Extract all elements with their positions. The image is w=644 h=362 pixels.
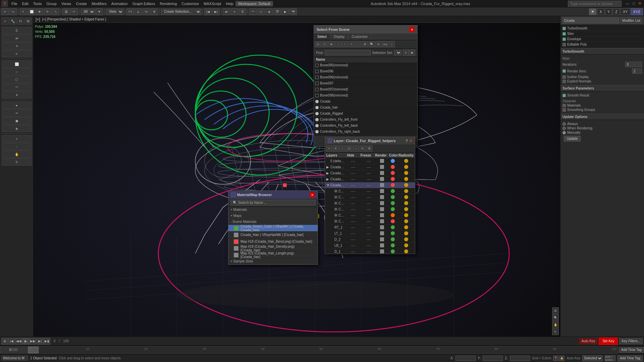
grid-snap-btn[interactable]: Grid = 0,0cm: [605, 355, 615, 361]
snap-toggle[interactable]: S: [2, 27, 32, 34]
mirror-btn[interactable]: ⇄: [223, 8, 230, 15]
key-filters-btn[interactable]: Key Filters...: [619, 338, 643, 344]
next-frame-btn[interactable]: ▶|: [37, 338, 43, 345]
layer-help-btn[interactable]: ?: [406, 139, 408, 143]
isoline-check[interactable]: [562, 75, 566, 79]
tab-display[interactable]: Display: [330, 34, 348, 40]
scene-item[interactable]: Bone096(mirrored): [314, 74, 417, 80]
render-quick-btn[interactable]: ▶: [281, 8, 289, 15]
layer-item-cicada-fur-rigged[interactable]: ▶ Cicada_Fur_Rigged ---- ----: [325, 164, 415, 170]
y-axis[interactable]: Y: [605, 8, 612, 15]
layer-new-btn[interactable]: +: [326, 145, 332, 152]
tab-customize[interactable]: Customize: [348, 34, 371, 40]
all-btn[interactable]: ☑: [315, 41, 321, 47]
search-input[interactable]: [568, 1, 622, 7]
selection-set-select[interactable]: [394, 50, 401, 55]
none-btn[interactable]: ☐: [322, 41, 328, 47]
layer-select-btn[interactable]: ☑: [346, 145, 352, 152]
lasso-select[interactable]: 〜: [2, 83, 32, 91]
scene-item[interactable]: Controllers_Fly_right_back: [314, 129, 417, 135]
scale-btn[interactable]: ⤡: [52, 8, 59, 15]
select-parent-btn[interactable]: ↑: [342, 41, 348, 47]
orbit-tool[interactable]: ↻: [2, 158, 32, 166]
close-dialog-btn[interactable]: ✕: [589, 8, 596, 15]
scene-item[interactable]: Bone095(mirrored): [314, 62, 417, 68]
scene-item[interactable]: Bone097: [314, 80, 417, 86]
mirror-tool[interactable]: ⇄: [2, 35, 32, 42]
layer-btn[interactable]: ☰: [239, 8, 246, 15]
win-maximize[interactable]: □: [631, 1, 636, 6]
material-editor-btn[interactable]: ◈: [265, 8, 273, 15]
scene-item[interactable]: Controllers_Fly_left_back: [314, 123, 417, 129]
scene-item[interactable]: Bone096: [314, 68, 417, 74]
snap-2d-btn[interactable]: 2.5: [126, 8, 134, 15]
cmd-hierarchy[interactable]: H: [17, 17, 24, 25]
curve-editor-btn[interactable]: 〜: [249, 8, 257, 15]
tab-select[interactable]: Select: [314, 34, 330, 40]
smoothing-groups-check[interactable]: [562, 108, 566, 112]
last-frame-btn[interactable]: ▶▮: [44, 338, 50, 345]
mat-section-scene[interactable]: - Scene Materials: [228, 219, 318, 225]
select-child-btn[interactable]: ↓: [335, 41, 341, 47]
vertex-tool[interactable]: ●: [2, 102, 32, 109]
materials-check[interactable]: [562, 104, 566, 107]
high-btn[interactable]: H: [375, 41, 381, 47]
schematic-btn[interactable]: ⬡: [257, 8, 265, 15]
iterations-input[interactable]: [625, 62, 642, 67]
modifier-list-dropdown[interactable]: Modifier List: [621, 17, 642, 23]
edge-tool[interactable]: ━: [2, 109, 32, 117]
menu-graph-editors[interactable]: Graph Editors: [130, 1, 157, 6]
redo-btn[interactable]: ↪: [9, 8, 17, 15]
win-minimize[interactable]: —: [624, 1, 631, 6]
selection-set-select[interactable]: Create Selection...: [161, 9, 201, 15]
select-scene-close[interactable]: ✕: [409, 27, 415, 32]
zoom-extents-btn[interactable]: ⊞: [552, 307, 559, 314]
selection-mode-select[interactable]: Selected: [582, 355, 603, 361]
find-btn[interactable]: 🔍: [369, 41, 375, 47]
pct-snap-btn[interactable]: %: [143, 8, 150, 15]
find-input[interactable]: [325, 50, 371, 55]
fence-select[interactable]: ⬡: [2, 76, 32, 83]
case-btn[interactable]: Aa: [382, 41, 388, 47]
menu-animation[interactable]: Animation: [109, 1, 130, 6]
box-select[interactable]: ⬜: [2, 60, 32, 68]
when-rendering-radio[interactable]: [562, 127, 566, 130]
layer-delete-btn[interactable]: ✕: [333, 145, 339, 152]
spinner-snap-btn[interactable]: ⚙: [151, 8, 158, 15]
prev-frame-btn[interactable]: |◀: [8, 338, 15, 345]
material-browser-close[interactable]: ✕: [310, 192, 315, 197]
smooth-result-check[interactable]: [562, 94, 566, 97]
mat-search-btn[interactable]: 🔍 Search by Name ...: [230, 200, 316, 205]
x-coord-input[interactable]: [455, 356, 476, 361]
render-iters-check[interactable]: [562, 69, 566, 73]
menu-maxscript[interactable]: MAXScript: [202, 1, 223, 6]
mat-section-maps[interactable]: + Maps: [228, 213, 318, 219]
render-scene-btn[interactable]: 🎬: [273, 8, 281, 15]
lock-key-btn[interactable]: 🔒: [559, 356, 565, 361]
cmd-create[interactable]: +: [1, 17, 9, 25]
select-region-btn[interactable]: ⬜: [28, 8, 35, 15]
prev-key-btn[interactable]: ◀◀: [15, 338, 22, 345]
modifier-turbosmooth[interactable]: TurboSmooth: [561, 26, 643, 31]
layer-add-obj-btn[interactable]: ↓: [339, 145, 345, 152]
menu-tools[interactable]: Tools: [31, 1, 44, 6]
layer-item-ik1[interactable]: IK Chain001 ---- ----: [325, 219, 415, 225]
always-radio[interactable]: [562, 122, 566, 126]
render-iters-input[interactable]: [632, 68, 642, 74]
manually-radio[interactable]: [562, 131, 566, 134]
z-axis[interactable]: Z: [613, 8, 620, 15]
viewport-plus[interactable]: [+]: [36, 17, 40, 22]
modifier-envelope[interactable]: Envelope: [561, 37, 643, 42]
time-slider-track[interactable]: 0 10 20 30 40 50 60 70 80 90 100: [28, 346, 618, 354]
layer-options-btn[interactable]: ⚙: [366, 145, 372, 152]
menu-edit[interactable]: Edit: [20, 1, 31, 6]
list-view-btn[interactable]: ≡: [403, 50, 409, 56]
render-frame-btn[interactable]: 📷: [289, 8, 297, 15]
rotate-btn[interactable]: ↻: [44, 8, 51, 15]
update-button[interactable]: Update: [564, 136, 581, 141]
layer-item-fur-rigged-bo[interactable]: ▶ Cicada_Fur_Rigged_bo... ---- ----: [325, 170, 415, 176]
x-axis[interactable]: X: [597, 8, 604, 15]
layer-item-lt1[interactable]: LT_1 ---- ----: [325, 231, 415, 237]
add-time-tag-btn2[interactable]: Add Time Tag: [618, 355, 643, 361]
cmd-motion[interactable]: M: [24, 17, 32, 25]
